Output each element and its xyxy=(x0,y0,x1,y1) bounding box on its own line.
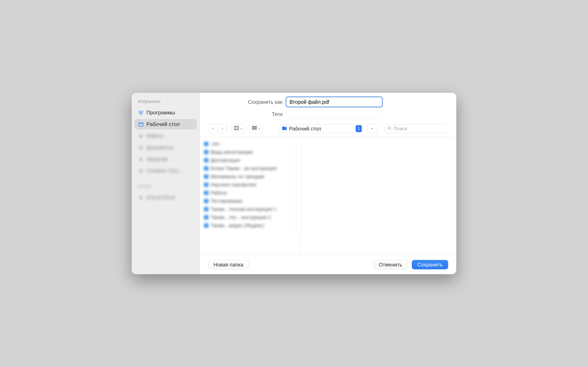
file-row[interactable]: .vim› xyxy=(202,140,299,148)
sidebar-item-label: Программы xyxy=(146,109,175,116)
sidebar-item-label: Файлы xyxy=(146,133,163,139)
file-name: Виды регистрации xyxy=(210,149,252,155)
sidebar-item-applications[interactable]: Программы xyxy=(135,108,197,118)
sidebar-item-label: Загрузки xyxy=(146,156,168,162)
svg-point-7 xyxy=(388,127,390,129)
file-row[interactable]: Таким…видео (Яндекс)› xyxy=(202,222,299,229)
sidebar-item-blurred[interactable]: ● Файлы xyxy=(135,131,197,141)
chevron-right-icon: › xyxy=(295,149,297,155)
folder-icon xyxy=(204,150,208,154)
cancel-button[interactable]: Отменить xyxy=(373,260,408,269)
svg-rect-3 xyxy=(255,126,257,127)
file-name: Копия Таким…ая инструкция xyxy=(210,166,277,171)
file-browser: .vim›Виды регистрации›Диссертация›Копия … xyxy=(200,137,456,255)
chevron-right-icon: › xyxy=(295,190,297,196)
sidebar-item-label: Документы xyxy=(146,144,174,151)
chevron-right-icon: › xyxy=(295,157,297,163)
file-name: Таким…видео (Яндекс) xyxy=(210,223,264,228)
svg-rect-5 xyxy=(254,128,255,129)
chevron-right-icon: › xyxy=(295,223,297,228)
chevron-right-icon: › xyxy=(295,166,297,171)
svg-rect-4 xyxy=(252,128,253,129)
updown-stepper-icon xyxy=(356,125,362,132)
forward-button[interactable] xyxy=(218,124,227,133)
chevron-down-icon xyxy=(240,126,242,131)
filename-input[interactable] xyxy=(286,97,382,107)
dialog-footer: Новая папка Отменить Сохранить xyxy=(200,255,456,274)
folder-icon xyxy=(204,199,208,203)
apps-icon xyxy=(138,110,144,116)
file-row[interactable]: Копия Таким…ая инструкция› xyxy=(202,165,299,172)
file-name: .vim xyxy=(210,141,219,147)
chevron-up-icon xyxy=(370,126,374,131)
save-dialog: Избранное Программы Рабочий стол ● Файлы xyxy=(132,93,456,274)
folder-icon xyxy=(282,126,287,131)
svg-rect-2 xyxy=(254,126,255,127)
doc-icon: ● xyxy=(138,133,144,139)
chevron-right-icon: › xyxy=(295,174,297,179)
folder-icon xyxy=(204,166,208,171)
view-columns-button[interactable] xyxy=(231,124,245,133)
sidebar-item-desktop[interactable]: Рабочий стол xyxy=(135,119,197,129)
location-popup[interactable]: Рабочий стол xyxy=(279,124,363,133)
folder-icon xyxy=(204,142,208,146)
folder-icon xyxy=(204,183,208,187)
file-row[interactable]: Виды регистрации› xyxy=(202,149,299,156)
file-row[interactable]: Диссертация› xyxy=(202,157,299,164)
search-input[interactable] xyxy=(394,126,445,132)
new-folder-button[interactable]: Новая папка xyxy=(208,260,249,269)
chevron-right-icon: › xyxy=(295,198,297,204)
file-name: Таким…тех…инструкция 2 xyxy=(210,215,271,220)
file-name: Таким…полная инструкция 1 xyxy=(210,206,277,212)
folder-icon xyxy=(204,215,208,220)
sidebar-item-blurred[interactable]: ● Creative Clou… xyxy=(135,166,197,176)
sidebar-item-blurred[interactable]: ● Загрузки xyxy=(135,154,197,164)
file-row[interactable]: Тестирование› xyxy=(202,197,299,205)
file-row[interactable]: Таким…тех…инструкция 2› xyxy=(202,214,299,221)
cloud-icon: ● xyxy=(138,168,144,174)
file-row[interactable]: Таким…полная инструкция 1› xyxy=(202,206,299,213)
file-row[interactable]: Материалы по трендам› xyxy=(202,173,299,180)
sidebar-item-icloud-drive[interactable]: ● iCloud Drive xyxy=(135,192,197,203)
folder-icon xyxy=(204,207,208,211)
folder-icon xyxy=(204,223,208,228)
download-icon: ● xyxy=(138,156,144,162)
collapse-button[interactable] xyxy=(367,124,377,133)
save-as-label: Сохранить как: xyxy=(208,99,284,105)
doc-icon: ● xyxy=(138,145,144,151)
chevron-right-icon: › xyxy=(295,206,297,212)
file-name: Работа xyxy=(210,190,227,196)
file-row[interactable]: Научное портфолио› xyxy=(202,181,299,188)
back-button[interactable] xyxy=(208,124,218,133)
sidebar-item-label: iCloud Drive xyxy=(146,194,175,201)
search-icon xyxy=(388,126,392,131)
svg-rect-6 xyxy=(255,128,257,129)
browser-toolbar: Рабочий стол xyxy=(200,118,456,137)
file-name: Материалы по трендам xyxy=(210,174,264,179)
cloud-icon: ● xyxy=(138,194,144,201)
group-icon xyxy=(252,126,257,131)
search-field[interactable] xyxy=(385,124,448,133)
columns-icon xyxy=(234,126,239,131)
sidebar-icloud-header: iCloud xyxy=(135,183,197,191)
main-panel: Сохранить как: Теги: xyxy=(200,93,456,274)
save-form: Сохранить как: Теги: xyxy=(200,93,456,118)
sidebar-favorites-header: Избранное xyxy=(135,98,197,106)
file-name: Тестирование xyxy=(210,198,242,204)
sidebar-item-blurred[interactable]: ● Документы xyxy=(135,142,197,153)
chevron-down-icon xyxy=(258,126,260,131)
sidebar-item-label: Рабочий стол xyxy=(146,121,180,127)
chevron-right-icon: › xyxy=(295,141,297,147)
save-button[interactable]: Сохранить xyxy=(412,260,448,269)
folder-icon xyxy=(204,174,208,179)
chevron-right-icon: › xyxy=(295,182,297,188)
preview-column xyxy=(301,137,456,255)
file-name: Диссертация xyxy=(210,157,240,163)
sidebar-item-label: Creative Clou… xyxy=(146,167,184,174)
location-name: Рабочий стол xyxy=(289,126,354,132)
file-name: Научное портфолио xyxy=(210,182,256,188)
group-by-button[interactable] xyxy=(249,124,263,133)
tags-input[interactable] xyxy=(286,110,382,118)
file-row[interactable]: Работа› xyxy=(202,189,299,197)
file-column[interactable]: .vim›Виды регистрации›Диссертация›Копия … xyxy=(200,137,301,255)
